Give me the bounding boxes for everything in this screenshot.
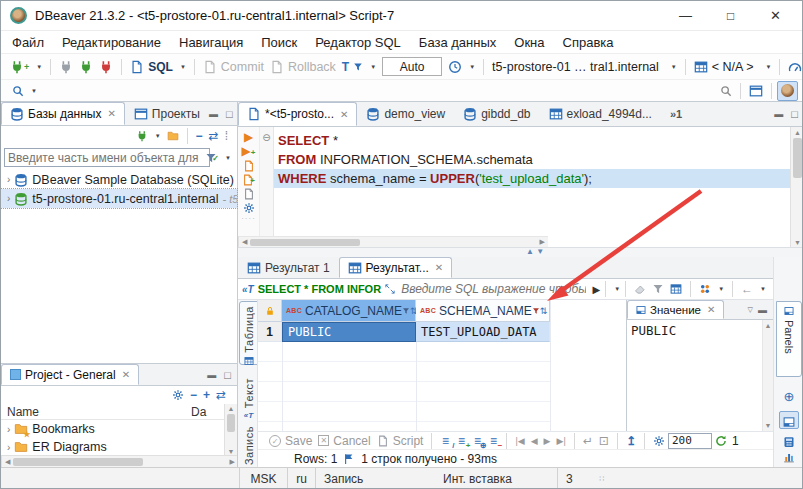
panel-calc-icon[interactable] [774,434,803,448]
delete-row-button[interactable]: ≡− [485,434,501,448]
tab-result-2[interactable]: Результат...✕ [339,257,453,278]
vtab-text[interactable]: Текст«T [239,374,258,418]
add-row-button[interactable]: ≡+ [453,434,469,448]
filter-history-chevron[interactable]: ▼ [614,286,620,292]
expander-icon[interactable]: › [7,442,10,453]
tab-databases[interactable]: Базы данных✕ [1,102,125,125]
open-perspective-button[interactable] [746,83,766,99]
execute-new-tab-button[interactable]: ▶+ [238,144,259,158]
nav-back-button[interactable]: ←▼ [738,281,769,297]
maximize-view-icon[interactable]: □ [226,108,233,120]
minimize-view-icon[interactable]: ▬ [758,305,767,315]
compare-data-button[interactable]: ▼ [696,282,727,296]
value-content[interactable]: PUBLIC [627,320,773,341]
menu-window[interactable]: Окна [505,35,553,50]
project-hscrollbar[interactable]: ◀▶ [1,455,238,467]
tree-item-t5-prostore[interactable]: › t5-prostore-01.ru-central1.internal - … [1,189,237,208]
view-menu-icon[interactable]: ⁞ [222,128,231,144]
cell-catalog-name[interactable]: PUBLIC [282,322,416,342]
close-icon[interactable]: ✕ [435,262,443,273]
expand-all-button[interactable]: + [200,387,213,403]
expander-icon[interactable]: › [7,174,10,185]
fetch-settings-gear-icon[interactable] [650,434,668,448]
menu-file[interactable]: Файл [3,35,53,50]
column-header-schema-name[interactable]: ABCSCHEMA_NAME⇅ [416,300,550,322]
minimize-button[interactable]: — [663,8,708,23]
panel-value-toggle[interactable] [779,411,799,429]
disconnect-button[interactable] [96,59,116,75]
execute-script-new-tab-button[interactable]: + [238,172,259,186]
execute-query-button[interactable]: ▶ [238,127,259,144]
filter-expression-input[interactable] [398,280,589,299]
first-row-button[interactable]: |◀ [512,435,527,447]
status-language[interactable]: ru [287,468,315,489]
new-folder-button[interactable] [164,129,182,143]
connection-selector[interactable]: t5-prostore-01 … tral1.internal▼ [489,59,680,75]
script-button[interactable]: Script [374,433,427,449]
tab-value[interactable]: Значение✕ [627,300,724,319]
menu-search[interactable]: Поиск [252,35,306,50]
link-with-editor-button[interactable]: ⇄ [206,128,222,144]
editor-settings-gear-icon[interactable] [238,200,259,214]
minimize-view-icon[interactable]: ▬ [774,109,783,119]
minimize-view-icon[interactable]: ▬ [207,370,216,380]
object-filter-input[interactable] [4,148,210,167]
clear-filter-eraser-icon[interactable] [631,282,649,296]
new-connection-button[interactable]: +▼ [7,59,45,75]
menu-sql-editor[interactable]: Редактор SQL [306,35,410,50]
apply-filter-play-icon[interactable]: ▶ [592,284,600,295]
vtab-panels[interactable]: Panels [776,301,802,377]
fetch-size-input[interactable] [668,433,712,449]
prev-row-button[interactable]: ◀ [528,435,541,447]
menu-edit[interactable]: Редактирование [53,35,170,50]
commit-button[interactable]: Commit [200,59,267,75]
maximize-view-icon[interactable]: □ [224,369,231,381]
tree-item-sample-database[interactable]: › DBeaver Sample Database (SQLite) [1,170,237,189]
grid-settings-icon[interactable] [667,282,685,296]
project-vscrollbar[interactable]: ▲▼ [224,404,237,456]
grid-corner-cell[interactable] [258,300,282,322]
cell-schema-name[interactable]: TEST_UPLOAD_DATA [416,322,550,342]
vtab-record[interactable]: Запись [239,422,258,467]
goto-row-button[interactable]: ↵ [580,433,596,449]
tab-projects[interactable]: Проекты [125,102,209,125]
tree-item-er-diagrams[interactable]: › ER Diagrams [1,438,237,456]
column-header-date[interactable]: Da [191,405,206,419]
status-insert-mode[interactable]: Запись [315,468,435,489]
column-header-name[interactable]: Name [1,405,191,419]
filter-query-text[interactable]: SELECT * FROM INFOR [258,283,381,295]
tab-project-general[interactable]: Project - General✕ [1,364,139,385]
next-row-button[interactable]: ▶ [541,435,554,447]
rollback-button[interactable]: Rollback [267,59,339,75]
cancel-button[interactable]: ✕Cancel [315,433,373,449]
filter-settings-icon[interactable]: ✓ [205,150,219,164]
tab-exload[interactable]: exload_4994d... [540,102,661,126]
close-icon[interactable]: ✕ [107,108,115,119]
tab-overflow-chevron[interactable]: »1 [661,102,691,126]
collapse-all-button[interactable]: − [193,128,206,144]
menu-navigation[interactable]: Навигация [170,35,252,50]
tab-gibdd-db[interactable]: gibdd_db [454,102,539,126]
collapse-all-button[interactable]: − [187,387,200,403]
panel-menu-chevron[interactable]: ▽ [748,306,753,314]
new-connection-small-button[interactable]: ▼ [133,129,164,143]
export-data-button[interactable]: ↥ [623,433,639,449]
expander-icon[interactable]: › [7,424,10,435]
editor-results-splitter[interactable]: ▲ ▼ [238,247,803,257]
tab-result-1[interactable]: Результат 1 [238,257,339,278]
code-area[interactable]: SELECT * FROM INFORMATION_SCHEMA.schemat… [274,127,790,248]
edit-cell-button[interactable]: ≡/ [437,434,453,448]
sort-filter-icon[interactable]: ⇅ [532,306,548,316]
search-button[interactable]: ▼ [9,84,40,98]
status-timezone[interactable]: MSK [239,468,287,489]
maximize-button[interactable]: □ [708,9,753,23]
close-icon[interactable]: ✕ [122,369,130,380]
reconnect-button[interactable] [76,59,96,75]
sql-editor-button[interactable]: SQL▼ [127,59,189,75]
dbeaver-perspective-button[interactable] [777,81,798,101]
save-button[interactable]: ✓Save [266,433,315,449]
value-vscrollbar[interactable]: ▲▼ [762,320,773,431]
status-smart-insert[interactable]: Инт. вставка [435,468,557,489]
transaction-log-button[interactable]: ▼ [445,59,478,75]
settings-gear-icon[interactable] [169,388,187,402]
